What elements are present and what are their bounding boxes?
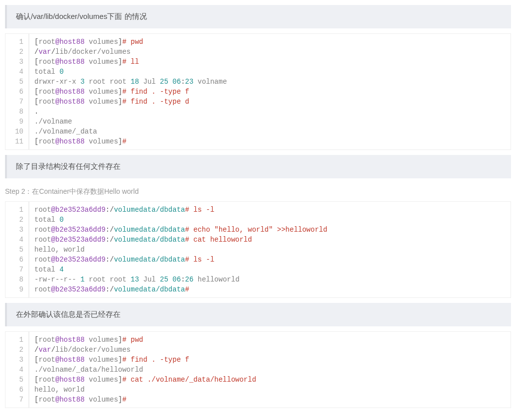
line-number: 2 xyxy=(5,47,25,57)
line-number: 8 xyxy=(5,107,25,117)
line-number: 4 xyxy=(5,235,25,245)
code-lines: [root@host88 volumes]# pwd/var/lib/docke… xyxy=(29,332,511,408)
code-line: ./volname xyxy=(34,117,506,127)
code-line: /var/lib/docker/volumes xyxy=(34,47,506,57)
code-line: total 4 xyxy=(34,265,506,275)
line-number: 6 xyxy=(5,385,25,395)
line-number: 7 xyxy=(5,265,25,275)
code-line: [root@host88 volumes]# xyxy=(34,137,506,146)
step-heading-2: Step 2：在Container中保存数据Hello world xyxy=(5,187,511,196)
code-line: [root@host88 volumes]# find . -type f xyxy=(34,87,506,97)
line-gutter: 123456789 xyxy=(5,202,29,297)
line-number: 2 xyxy=(5,215,25,225)
code-lines: root@b2e3523a6dd9:/volumedata/dbdata# ls… xyxy=(29,202,511,297)
code-line: total 0 xyxy=(34,67,506,77)
code-line: . xyxy=(34,107,506,117)
code-line: root@b2e3523a6dd9:/volumedata/dbdata# ca… xyxy=(34,235,506,245)
code-line: [root@host88 volumes]# pwd xyxy=(34,335,506,345)
code-line: ./volname/_data xyxy=(34,127,506,137)
line-number: 7 xyxy=(5,97,25,107)
line-number: 1 xyxy=(5,37,25,47)
code-block-2: 123456789root@b2e3523a6dd9:/volumedata/d… xyxy=(5,201,511,298)
code-line: root@b2e3523a6dd9:/volumedata/dbdata# ls… xyxy=(34,205,506,215)
code-line: [root@host88 volumes]# ll xyxy=(34,57,506,67)
code-line: root@b2e3523a6dd9:/volumedata/dbdata# xyxy=(34,284,506,294)
line-number: 9 xyxy=(5,117,25,127)
line-number: 6 xyxy=(5,255,25,265)
quote-block-1: 确认/var/lib/docker/volumes下面 的情况 xyxy=(5,5,511,28)
line-gutter: 1234567891011 xyxy=(5,34,29,149)
line-number: 4 xyxy=(5,67,25,77)
code-line: /var/lib/docker/volumes xyxy=(34,345,506,355)
code-line: root@b2e3523a6dd9:/volumedata/dbdata# ec… xyxy=(34,225,506,235)
line-number: 5 xyxy=(5,245,25,255)
code-line: [root@host88 volumes]# cat ./volname/_da… xyxy=(34,375,506,385)
code-line: [root@host88 volumes]# xyxy=(34,395,506,405)
code-line: root@b2e3523a6dd9:/volumedata/dbdata# ls… xyxy=(34,255,506,265)
code-line: -rw-r--r-- 1 root root 13 Jul 25 06:26 h… xyxy=(34,275,506,284)
quote-block-2: 除了目录结构没有任何文件存在 xyxy=(5,155,511,178)
line-number: 10 xyxy=(5,127,25,137)
line-number: 5 xyxy=(5,375,25,385)
code-block-3: 1234567[root@host88 volumes]# pwd/var/li… xyxy=(5,331,511,408)
code-line: ./volname/_data/helloworld xyxy=(34,365,506,375)
code-line: drwxr-xr-x 3 root root 18 Jul 25 06:23 v… xyxy=(34,77,506,87)
quote-block-3: 在外部确认该信息是否已经存在 xyxy=(5,303,511,326)
line-number: 3 xyxy=(5,225,25,235)
code-line: total 0 xyxy=(34,215,506,225)
line-number: 5 xyxy=(5,77,25,87)
code-line: [root@host88 volumes]# find . -type f xyxy=(34,355,506,365)
code-line: [root@host88 volumes]# pwd xyxy=(34,37,506,47)
code-line: hello, world xyxy=(34,245,506,255)
line-number: 11 xyxy=(5,137,25,146)
code-block-1: 1234567891011[root@host88 volumes]# pwd/… xyxy=(5,33,511,150)
line-number: 3 xyxy=(5,355,25,365)
line-number: 3 xyxy=(5,57,25,67)
code-line: hello, world xyxy=(34,385,506,395)
code-line: [root@host88 volumes]# find . -type d xyxy=(34,97,506,107)
code-lines: [root@host88 volumes]# pwd/var/lib/docke… xyxy=(29,34,511,149)
line-number: 9 xyxy=(5,284,25,294)
line-number: 8 xyxy=(5,275,25,284)
line-number: 1 xyxy=(5,205,25,215)
line-gutter: 1234567 xyxy=(5,332,29,408)
line-number: 7 xyxy=(5,395,25,405)
line-number: 6 xyxy=(5,87,25,97)
line-number: 4 xyxy=(5,365,25,375)
line-number: 2 xyxy=(5,345,25,355)
line-number: 1 xyxy=(5,335,25,345)
